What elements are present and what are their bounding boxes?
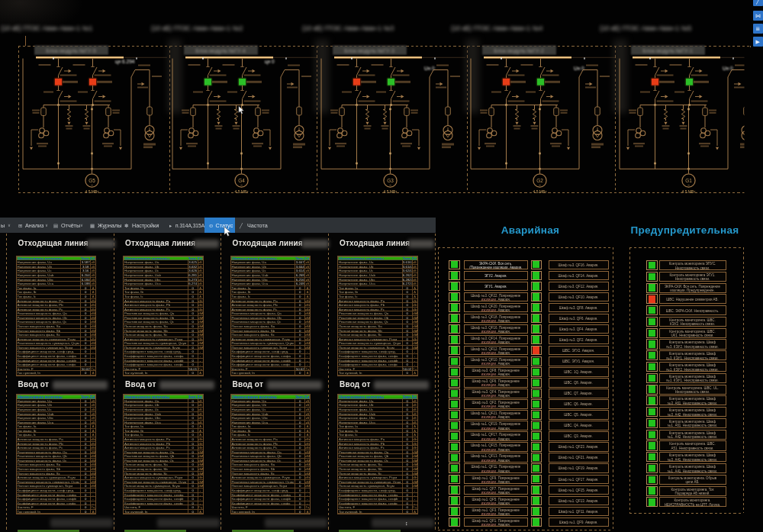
svg-text:Блок-модуль №ГУ-1: Блок-модуль №ГУ-1 — [642, 48, 693, 54]
svg-text:~: ~ — [389, 183, 391, 187]
svg-text:~: ~ — [91, 183, 93, 187]
svg-text:цн 6.294: цн 6.294 — [115, 59, 135, 65]
svg-text:4.5 МВт: 4.5 МВт — [85, 189, 100, 194]
svg-text:G2: G2 — [536, 178, 543, 183]
svg-text:~: ~ — [240, 183, 243, 187]
svg-text:4.5 МВт: 4.5 МВт — [682, 189, 697, 194]
svg-text:Блок-модуль №ГУ-3: Блок-модуль №ГУ-3 — [344, 48, 394, 54]
svg-text:G5: G5 — [89, 178, 95, 183]
svg-text:G4: G4 — [238, 178, 245, 183]
svg-text:цн 0: цн 0 — [265, 59, 275, 65]
svg-text:Блок-модуль №ГУ-5: Блок-модуль №ГУ-5 — [46, 48, 96, 54]
svg-text:4.5 МВт: 4.5 МВт — [235, 189, 250, 194]
svg-text:4.5 МВт: 4.5 МВт — [533, 189, 548, 194]
svg-text:Блок-модуль №ГУ-4: Блок-модуль №ГУ-4 — [195, 48, 246, 54]
svg-text:Блок-модуль №ГУ-2: Блок-модуль №ГУ-2 — [494, 48, 544, 54]
svg-text:G3: G3 — [387, 178, 394, 183]
svg-text:G1: G1 — [685, 178, 692, 183]
svg-text:~: ~ — [539, 183, 541, 187]
svg-text:4.5 МВт: 4.5 МВт — [384, 189, 398, 194]
svg-text:~: ~ — [687, 183, 690, 187]
